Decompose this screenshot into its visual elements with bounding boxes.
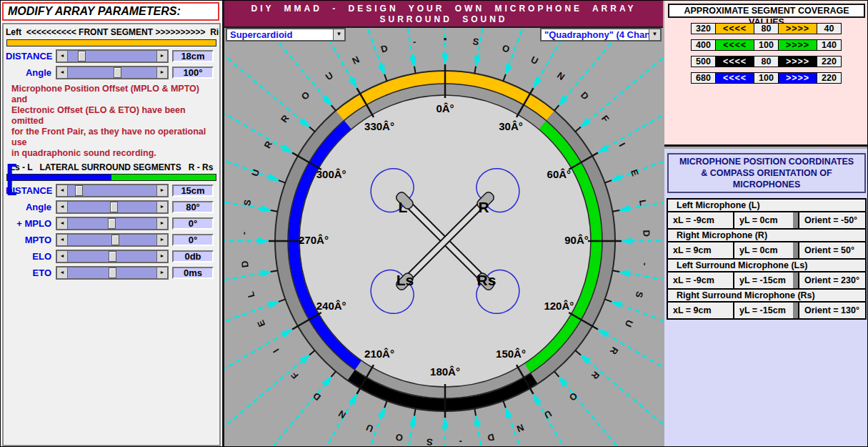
slider-thumb[interactable] bbox=[109, 267, 116, 278]
slider-right-arrow-button[interactable]: ► bbox=[156, 51, 167, 62]
mic-orient-cell: Orient = 130° bbox=[798, 301, 867, 320]
slider-thumb[interactable] bbox=[111, 235, 119, 245]
svg-text:F: F bbox=[289, 370, 301, 381]
mic-values-row: xL = -9cmyL = 0cmOrient = -50° bbox=[667, 211, 867, 230]
mic-y-cell: yL = -15cm bbox=[733, 271, 794, 290]
lateral-mpto-row: MPTO◄►0° bbox=[6, 233, 217, 247]
degree-label: 0Â° bbox=[436, 102, 454, 114]
mic-label: Ls bbox=[396, 272, 414, 288]
front-distance-slider[interactable]: ◄► bbox=[56, 49, 169, 63]
dropdown-arrow-icon[interactable]: ▼ bbox=[333, 29, 344, 40]
slider-track[interactable] bbox=[68, 267, 156, 278]
slider-left-arrow-button[interactable]: ◄ bbox=[57, 202, 68, 212]
slider-track[interactable] bbox=[68, 235, 156, 245]
lateral-angle-slider[interactable]: ◄► bbox=[56, 200, 169, 214]
polar-pattern-dropdown[interactable]: Supercardioid ▼ bbox=[226, 28, 346, 41]
degree-label: 60Â° bbox=[547, 168, 572, 180]
slider-track[interactable] bbox=[68, 185, 156, 196]
lateral-mpto-value: 0° bbox=[172, 234, 214, 246]
svg-text:N: N bbox=[555, 69, 567, 82]
svg-text:D: D bbox=[311, 390, 323, 403]
svg-text:O: O bbox=[299, 89, 312, 102]
slider-left-arrow-button[interactable]: ◄ bbox=[57, 185, 68, 196]
slider-thumb[interactable] bbox=[75, 185, 83, 196]
slider-right-arrow-button[interactable]: ► bbox=[156, 185, 167, 196]
mic-values-row: xL = -9cmyL = -15cmOrient = 230° bbox=[667, 271, 867, 290]
angle-mplo-bracket: [ bbox=[6, 160, 16, 193]
coverage-cell-right: 140 bbox=[817, 39, 842, 51]
offset-note: Microphone Position Offset (MPLO & MPTO)… bbox=[11, 84, 216, 159]
lateral-elo-value: 0db bbox=[172, 250, 214, 262]
slider-thumb[interactable] bbox=[109, 251, 116, 262]
mic-x-cell: xL = 9cm bbox=[667, 241, 734, 260]
front-angle-row: Angle◄►100° bbox=[6, 66, 217, 79]
lateral-eto-value: 0ms bbox=[172, 267, 214, 279]
channel-mode-dropdown[interactable]: "Quadraphony" (4 Channels ▼ bbox=[540, 28, 662, 41]
slider-track[interactable] bbox=[68, 51, 156, 62]
slider-left-arrow-button[interactable]: ◄ bbox=[57, 67, 68, 78]
svg-text:I: I bbox=[617, 141, 627, 148]
slider-track[interactable] bbox=[68, 218, 156, 229]
degree-label: 90Â° bbox=[564, 234, 589, 246]
svg-text:S: S bbox=[634, 290, 646, 300]
slider-right-arrow-button[interactable]: ► bbox=[156, 218, 167, 229]
svg-text:F: F bbox=[599, 113, 612, 124]
mic-cell-gap bbox=[793, 301, 798, 320]
lateral-elo-slider[interactable]: ◄► bbox=[56, 250, 169, 263]
slider-left-arrow-button[interactable]: ◄ bbox=[57, 218, 68, 229]
slider-left-arrow-button[interactable]: ◄ bbox=[57, 51, 68, 62]
slider-right-arrow-button[interactable]: ► bbox=[156, 235, 167, 245]
front-angle-slider[interactable]: ◄► bbox=[56, 66, 169, 79]
svg-text:O: O bbox=[501, 42, 511, 54]
lateral-elo-row: ELO◄►0db bbox=[6, 250, 217, 263]
coverage-cell-left: 320 bbox=[691, 23, 716, 34]
coverage-cell-mid: 80 bbox=[754, 56, 779, 67]
mic-coordinates-table: Left Microphone (L)xL = -9cmyL = 0cmOrie… bbox=[667, 198, 867, 320]
mic-values-row: xL = 9cmyL = -15cmOrient = 130° bbox=[667, 301, 867, 320]
slider-right-arrow-button[interactable]: ► bbox=[156, 267, 167, 278]
slider-track[interactable] bbox=[68, 67, 156, 78]
slider-right-arrow-button[interactable]: ► bbox=[156, 202, 167, 212]
lateral-mpto-slider[interactable]: ◄► bbox=[56, 233, 169, 247]
lateral-eto-slider[interactable]: ◄► bbox=[56, 266, 169, 280]
soundfield-display-panel: DIY MMAD - DESIGN YOUR OWN MICROPHONE AR… bbox=[224, 1, 663, 447]
slider-right-arrow-button[interactable]: ► bbox=[156, 251, 167, 262]
lateral-sliders: DISTANCE◄►15cmAngle◄►80°+ MPLO◄►0°MPTO◄►… bbox=[6, 184, 217, 280]
lateral-eto-row: ETO◄►0ms bbox=[6, 266, 217, 280]
slider-thumb[interactable] bbox=[114, 67, 121, 78]
slider-left-arrow-button[interactable]: ◄ bbox=[57, 267, 68, 278]
slider-thumb[interactable] bbox=[108, 218, 116, 229]
parameters-group-box: Left <<<<<<<<<< FRONT SEGMENT >>>>>>>>>>… bbox=[2, 23, 221, 446]
slider-left-arrow-button[interactable]: ◄ bbox=[57, 235, 68, 245]
channel-mode-dropdown-value: "Quadraphony" (4 Channels bbox=[542, 29, 649, 40]
lateral-segments-color-bar bbox=[6, 174, 216, 181]
lateral-distance-slider[interactable]: ◄► bbox=[56, 184, 169, 197]
slider-left-arrow-button[interactable]: ◄ bbox=[57, 251, 68, 262]
coverage-cell-right_arrows: >>>> bbox=[778, 39, 817, 51]
slider-right-arrow-button[interactable]: ► bbox=[156, 67, 167, 78]
svg-text:D: D bbox=[379, 43, 389, 55]
coverage-cell-mid: 100 bbox=[754, 72, 779, 84]
slider-track[interactable] bbox=[68, 251, 156, 262]
coverage-cell-mid: 100 bbox=[754, 39, 779, 51]
svg-text:N: N bbox=[350, 54, 361, 67]
svg-text:U: U bbox=[364, 422, 374, 434]
degree-label: 330Â° bbox=[364, 120, 394, 132]
segment-coverage-panel: APPROXIMATE SEGMENT COVERAGE VALUES 320<… bbox=[664, 1, 868, 147]
slider-thumb[interactable] bbox=[110, 202, 118, 212]
front-sliders: DISTANCE◄►18cmAngle◄►100° bbox=[6, 49, 217, 79]
lateral-eto-label: ETO bbox=[6, 267, 56, 278]
lateral-segments-header: Ls - L LATERAL SURROUND SEGMENTS R - Rs bbox=[6, 162, 217, 173]
coverage-cell-left_arrows: <<<< bbox=[715, 72, 754, 84]
app-title-line2: SURROUND SOUND bbox=[224, 14, 663, 25]
lateral-mplo-slider[interactable]: ◄► bbox=[56, 217, 169, 230]
svg-text:U: U bbox=[324, 69, 335, 82]
slider-track[interactable] bbox=[68, 202, 156, 212]
degree-label: 210Â° bbox=[364, 348, 394, 360]
mic-y-cell: yL = 0cm bbox=[733, 241, 794, 260]
slider-thumb[interactable] bbox=[78, 51, 86, 62]
dropdown-arrow-icon[interactable]: ▼ bbox=[649, 29, 660, 40]
offset-note-line: Microphone Position Offset (MPLO & MPTO)… bbox=[11, 84, 216, 105]
svg-text:L: L bbox=[245, 290, 257, 299]
degree-label: 30Â° bbox=[499, 120, 523, 132]
